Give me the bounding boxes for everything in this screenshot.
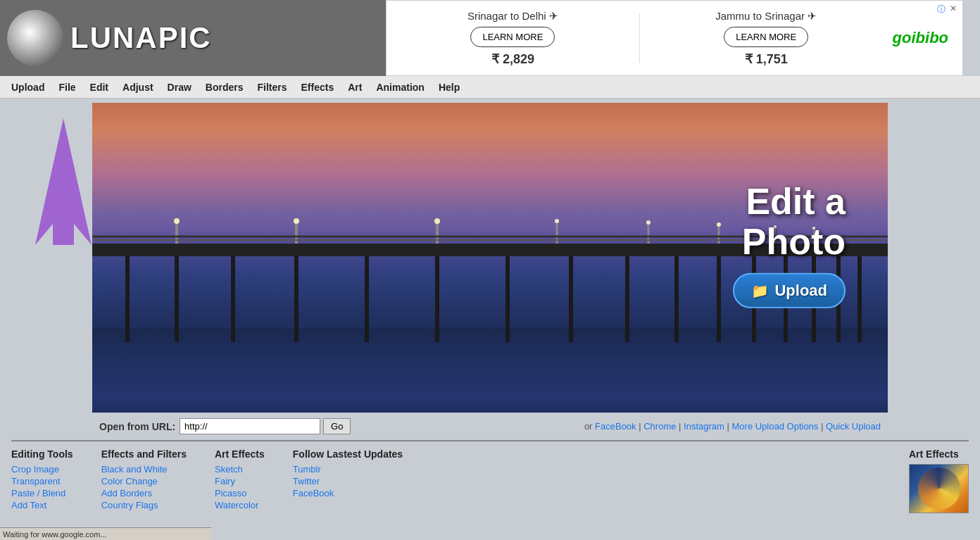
nav-animation[interactable]: Animation	[369, 79, 431, 96]
chrome-upload-link[interactable]: Chrome	[643, 421, 676, 432]
statusbar: Waiting for www.google.com...	[0, 527, 211, 540]
footer-col-effects: Effects and Filters Black and White Colo…	[101, 448, 187, 513]
ad-price2: ₹ 1,751	[745, 51, 788, 67]
ad-price1: ₹ 2,829	[491, 51, 534, 67]
ad-route1: Srinagar to Delhi ✈ LEARN MORE ₹ 2,829	[401, 10, 625, 67]
footer-link-color-change[interactable]: Color Change	[101, 476, 187, 486]
facebook-upload-link[interactable]: FaceBook	[595, 421, 636, 432]
upload-folder-icon: 📁	[751, 282, 769, 299]
art-effects-box: Art Effects	[909, 448, 969, 513]
url-bar: Open from URL: Go or FaceBook | Chrome |…	[92, 413, 888, 440]
svg-marker-1	[35, 118, 92, 245]
nav-edit[interactable]: Edit	[83, 79, 115, 96]
footer-link-transparent[interactable]: Transparent	[11, 476, 73, 486]
or-text: or	[584, 421, 593, 432]
url-label: Open from URL:	[99, 421, 175, 432]
statusbar-text: Waiting for www.google.com...	[3, 530, 107, 539]
url-input[interactable]	[180, 418, 320, 434]
logo-icon	[7, 10, 63, 66]
navbar: Upload File Edit Adjust Draw Borders Fil…	[0, 76, 980, 99]
footer-col-follow: Follow Lastest Updates Tumblr Twitter Fa…	[293, 448, 403, 513]
svg-point-28	[646, 220, 651, 225]
hero-title: Edit aPhoto	[733, 182, 846, 262]
svg-point-20	[174, 218, 180, 224]
ad-divider	[639, 13, 640, 63]
nav-file[interactable]: File	[51, 79, 82, 96]
nav-filters[interactable]: Filters	[251, 79, 294, 96]
footer-link-add-borders[interactable]: Add Borders	[101, 488, 187, 498]
footer-link-twitter[interactable]: Twitter	[293, 476, 403, 486]
svg-point-24	[434, 218, 440, 224]
art-thumbnail	[909, 464, 969, 513]
logo-text: LUNAPIC	[70, 21, 212, 55]
ad-route1-text: Srinagar to Delhi ✈	[467, 10, 558, 23]
footer-link-picasso[interactable]: Picasso	[215, 488, 265, 498]
instagram-upload-link[interactable]: Instagram	[684, 421, 724, 432]
upload-links: or FaceBook | Chrome | Instagram | More …	[584, 421, 881, 432]
nav-draw[interactable]: Draw	[161, 79, 199, 96]
more-upload-options-link[interactable]: More Upload Options	[732, 421, 819, 432]
footer-link-add-text[interactable]: Add Text	[11, 500, 73, 510]
footer-editing-title: Editing Tools	[11, 448, 73, 460]
ad-banner: ⓘ ✕ Srinagar to Delhi ✈ LEARN MORE ₹ 2,8…	[386, 0, 963, 76]
svg-point-30	[717, 222, 721, 227]
hero-upload-button[interactable]: 📁 Upload	[733, 273, 846, 308]
footer-links: Editing Tools Crop Image Transparent Pas…	[4, 448, 976, 520]
ad-route2: Jammu to Srinagar ✈ LEARN MORE ₹ 1,751	[654, 10, 879, 67]
footer-link-bw[interactable]: Black and White	[101, 464, 187, 475]
footer-link-country-flags[interactable]: Country Flags	[101, 500, 187, 510]
svg-point-22	[294, 218, 299, 224]
ad-learn-more-1[interactable]: LEARN MORE	[470, 27, 555, 47]
hero-upload-label: Upload	[774, 282, 827, 300]
url-go-button[interactable]: Go	[323, 418, 351, 434]
nav-adjust[interactable]: Adjust	[115, 79, 161, 96]
ad-route2-text: Jammu to Srinagar ✈	[715, 10, 817, 23]
quick-upload-link[interactable]: Quick Upload	[826, 421, 881, 432]
nav-art[interactable]: Art	[341, 79, 369, 96]
art-effects-box-title: Art Effects	[909, 448, 969, 460]
footer-follow-title: Follow Lastest Updates	[293, 448, 403, 460]
nav-effects[interactable]: Effects	[294, 79, 341, 96]
main-content: Edit aPhoto 📁 Upload Open from URL: Go o…	[0, 99, 980, 525]
footer-effects-title: Effects and Filters	[101, 448, 187, 460]
nav-help[interactable]: Help	[432, 79, 467, 96]
nav-borders[interactable]: Borders	[199, 79, 251, 96]
footer-link-watercolor[interactable]: Watercolor	[215, 500, 265, 510]
footer-art-title: Art Effects	[215, 448, 265, 460]
footer-col-editing-tools: Editing Tools Crop Image Transparent Pas…	[11, 448, 73, 513]
art-swirl	[918, 467, 960, 510]
footer-link-crop[interactable]: Crop Image	[11, 464, 73, 475]
ad-info-icon[interactable]: ⓘ	[937, 4, 946, 15]
ad-brand: goibibo	[879, 29, 948, 47]
hero-container: Edit aPhoto 📁 Upload	[92, 103, 888, 413]
footer-link-facebook[interactable]: FaceBook	[293, 488, 403, 498]
footer-link-sketch[interactable]: Sketch	[215, 464, 265, 475]
footer-link-paste-blend[interactable]: Paste / Blend	[11, 488, 73, 498]
section-divider	[11, 440, 969, 441]
footer-link-fairy[interactable]: Fairy	[215, 476, 265, 486]
footer-link-tumblr[interactable]: Tumblr	[293, 464, 403, 475]
hero-text-block: Edit aPhoto 📁 Upload	[733, 182, 846, 308]
nav-upload[interactable]: Upload	[4, 79, 51, 96]
ad-learn-more-2[interactable]: LEARN MORE	[724, 27, 808, 47]
svg-point-26	[555, 219, 559, 223]
footer-col-art: Art Effects Sketch Fairy Picasso Waterco…	[215, 448, 265, 513]
ad-close-button[interactable]: ✕	[950, 4, 957, 13]
